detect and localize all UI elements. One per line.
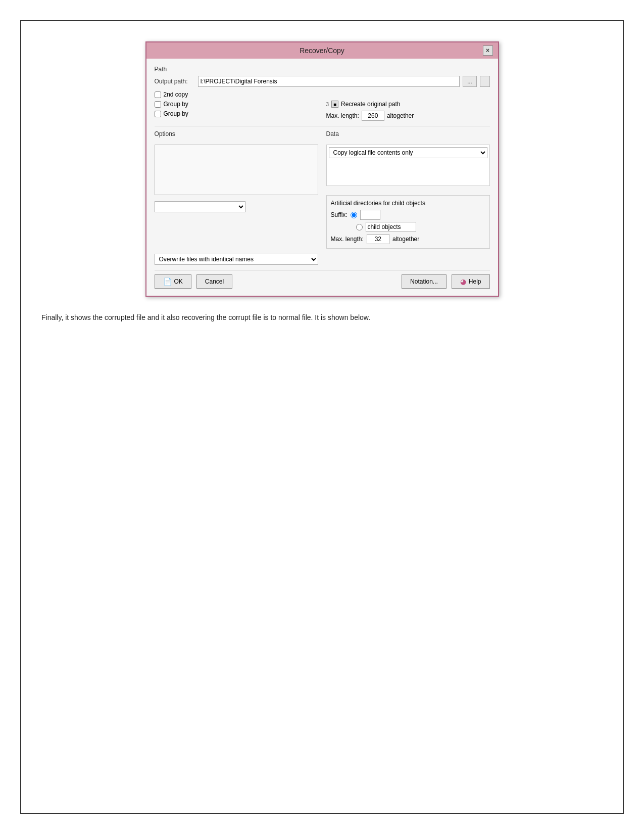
child-objects-input[interactable]	[366, 222, 416, 232]
dialog-body: Path Output path: ... 2nd copy	[146, 59, 498, 296]
small-square-button[interactable]	[480, 76, 490, 87]
recreate-column: 3 ■ Recreate original path Max. length: …	[326, 101, 490, 121]
recreate-row: 3 ■ Recreate original path	[326, 101, 490, 108]
help-button[interactable]: ◕ Help	[452, 274, 490, 289]
group-by-checkbox-1[interactable]	[155, 101, 161, 108]
max-length-row: Max. length: altogether	[326, 111, 490, 121]
body-text: Finally, it shows the corrupted file and…	[41, 312, 603, 323]
recreate-label: Recreate original path	[341, 101, 400, 108]
suffix-row: Suffix:	[331, 210, 485, 220]
second-copy-label: 2nd copy	[164, 91, 188, 98]
group-by-checkbox-2[interactable]	[155, 111, 161, 117]
suffix-label: Suffix:	[331, 211, 348, 218]
artif-max-length-row: Max. length: altogether	[331, 234, 485, 244]
suffix-text-input[interactable]	[360, 210, 380, 220]
ok-icon: 📄	[163, 277, 172, 286]
dialog-overlay: Recover/Copy × Path Output path: ... 2nd…	[41, 41, 603, 297]
altogether-label: altogether	[387, 112, 414, 119]
overwrite-section: Overwrite files with identical names	[155, 254, 318, 265]
group-by-label-1: Group by	[164, 101, 188, 108]
group-by-row-1: Group by	[155, 101, 318, 108]
dialog-title: Recover/Copy	[162, 47, 483, 55]
recreate-superscript: 3	[326, 102, 329, 107]
groupby-column: Group by Group by	[155, 101, 318, 121]
divider-1	[155, 126, 490, 126]
page-border: Recover/Copy × Path Output path: ... 2nd…	[20, 20, 624, 814]
data-copy-dropdown[interactable]: Copy logical file contents only	[329, 147, 487, 158]
data-box-content	[329, 158, 487, 183]
suffix-radio-2[interactable]	[356, 224, 363, 230]
ok-label: OK	[174, 278, 183, 285]
options-empty-dropdown[interactable]	[155, 201, 245, 212]
data-section-label: Data	[326, 130, 490, 137]
artif-max-length-label: Max. length:	[331, 236, 364, 243]
close-button[interactable]: ×	[483, 45, 493, 56]
artif-max-length-input[interactable]	[367, 234, 389, 244]
group-by-label-2: Group by	[164, 110, 188, 117]
ok-button[interactable]: 📄 OK	[155, 274, 191, 289]
options-data-row: Options Data	[155, 130, 490, 249]
button-row: 📄 OK Cancel Notation... ◕ Help	[155, 270, 490, 289]
data-dropdown-box: Copy logical file contents only	[326, 145, 490, 186]
second-copy-checkbox[interactable]	[155, 91, 161, 98]
options-dropdown-row	[155, 201, 318, 212]
max-length-input[interactable]	[362, 111, 384, 121]
artif-altogether-label: altogether	[392, 236, 419, 243]
output-path-label: Output path:	[155, 78, 195, 85]
recreate-checkbox-small[interactable]: ■	[331, 101, 338, 108]
options-bottom-row: Overwrite files with identical names	[155, 254, 490, 265]
recover-copy-dialog: Recover/Copy × Path Output path: ... 2nd…	[145, 41, 499, 297]
help-label: Help	[469, 278, 481, 285]
options-section-label: Options	[155, 130, 318, 137]
path-section-label: Path	[155, 66, 490, 73]
artif-title: Artificial directories for child objects	[331, 200, 485, 207]
data-dropdown-row: Copy logical file contents only	[329, 147, 487, 158]
options-column: Options	[155, 130, 318, 249]
dialog-titlebar: Recover/Copy ×	[146, 42, 498, 59]
notation-button[interactable]: Notation...	[402, 274, 447, 289]
data-column: Data Copy logical file contents only	[326, 130, 490, 249]
artificial-directories-section: Artificial directories for child objects…	[326, 195, 490, 249]
child-objects-row	[331, 222, 485, 232]
second-copy-row: 2nd copy	[155, 91, 490, 98]
group-by-row-2: Group by	[155, 110, 318, 117]
cancel-button[interactable]: Cancel	[196, 274, 232, 289]
options-inner-box	[155, 145, 318, 195]
output-path-input[interactable]	[198, 76, 460, 87]
cancel-label: Cancel	[205, 278, 224, 285]
overwrite-right-spacer	[326, 254, 490, 265]
max-length-label: Max. length:	[326, 112, 359, 119]
suffix-radio-1[interactable]	[351, 212, 357, 218]
browse-button[interactable]: ...	[463, 76, 476, 87]
output-path-row: Output path: ...	[155, 76, 490, 87]
groupby-recreate-section: Group by Group by 3 ■ Recreate original …	[155, 101, 490, 121]
overwrite-dropdown[interactable]: Overwrite files with identical names	[155, 254, 318, 265]
help-icon: ◕	[460, 277, 466, 286]
